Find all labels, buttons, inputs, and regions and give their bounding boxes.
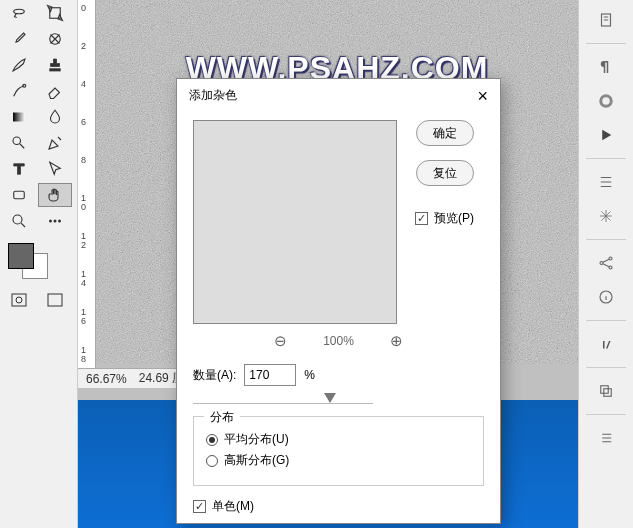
- radio-uniform-label: 平均分布(U): [224, 431, 289, 448]
- blur-tool-icon[interactable]: [38, 105, 72, 129]
- radio-gaussian[interactable]: 高斯分布(G): [206, 452, 471, 469]
- zoom-tool-icon[interactable]: [2, 209, 36, 233]
- list-panel-icon[interactable]: [592, 424, 620, 452]
- radio-uniform[interactable]: 平均分布(U): [206, 431, 471, 448]
- toolbox: [0, 0, 78, 528]
- mono-label: 单色(M): [212, 498, 254, 515]
- svg-rect-22: [604, 389, 612, 397]
- mono-checkbox[interactable]: 单色(M): [193, 498, 484, 515]
- align-panel-icon[interactable]: [592, 168, 620, 196]
- eyedropper-tool-icon[interactable]: [2, 27, 36, 51]
- add-noise-dialog: 添加杂色 × 确定 复位 预览(P) ⊖ 100%: [176, 78, 501, 524]
- status-bar: 66.67% 24.69 厘: [78, 368, 192, 388]
- type-tool-icon[interactable]: [2, 157, 36, 181]
- quickmask-icon[interactable]: [2, 289, 36, 311]
- amount-slider[interactable]: [193, 390, 373, 404]
- paragraph-panel-icon[interactable]: [592, 53, 620, 81]
- svg-rect-13: [48, 294, 62, 306]
- reset-button[interactable]: 复位: [416, 160, 474, 186]
- history-brush-tool-icon[interactable]: [2, 79, 36, 103]
- pen-tool-icon[interactable]: [38, 131, 72, 155]
- svg-point-7: [13, 215, 22, 224]
- svg-rect-4: [13, 113, 25, 122]
- right-panel: [578, 0, 633, 528]
- distribution-group: 分布 平均分布(U) 高斯分布(G): [193, 416, 484, 486]
- amount-unit: %: [304, 368, 315, 382]
- lasso-tool-icon[interactable]: [2, 1, 36, 25]
- checkbox-icon: [415, 212, 428, 225]
- svg-rect-6: [14, 191, 25, 199]
- amount-label: 数量(A):: [193, 367, 236, 384]
- radio-icon: [206, 455, 218, 467]
- checkbox-icon: [193, 500, 206, 513]
- path-select-tool-icon[interactable]: [38, 157, 72, 181]
- patch-tool-icon[interactable]: [38, 27, 72, 51]
- svg-point-16: [601, 96, 612, 107]
- radio-gaussian-label: 高斯分布(G): [224, 452, 289, 469]
- preview-label: 预览(P): [434, 210, 474, 227]
- svg-point-8: [49, 220, 52, 223]
- history-panel-icon[interactable]: [592, 6, 620, 34]
- layers-panel-icon[interactable]: [592, 377, 620, 405]
- svg-point-10: [58, 220, 61, 223]
- ruler-vertical: 024681 01 21 41 61 8: [78, 0, 96, 388]
- effects-panel-icon[interactable]: [592, 202, 620, 230]
- svg-point-5: [13, 137, 21, 145]
- svg-rect-11: [12, 294, 26, 306]
- more-tools-icon[interactable]: [38, 209, 72, 233]
- svg-point-17: [600, 262, 603, 265]
- svg-point-9: [54, 220, 57, 223]
- stamp-tool-icon[interactable]: [38, 53, 72, 77]
- info-panel-icon[interactable]: [592, 283, 620, 311]
- color-swatch[interactable]: [8, 243, 48, 279]
- svg-rect-23: [194, 121, 396, 323]
- ok-button[interactable]: 确定: [416, 120, 474, 146]
- zoom-level: 100%: [323, 334, 354, 348]
- screenmode-icon[interactable]: [38, 289, 72, 311]
- amount-input[interactable]: [244, 364, 296, 386]
- preview-checkbox[interactable]: 预览(P): [415, 210, 474, 227]
- svg-point-18: [609, 257, 612, 260]
- transform-tool-icon[interactable]: [38, 1, 72, 25]
- svg-point-12: [16, 297, 22, 303]
- svg-rect-21: [601, 386, 609, 394]
- fg-color[interactable]: [8, 243, 34, 269]
- svg-point-19: [609, 266, 612, 269]
- zoom-out-icon[interactable]: ⊖: [274, 332, 287, 350]
- preview-image[interactable]: [193, 120, 397, 324]
- character-panel-icon[interactable]: [592, 330, 620, 358]
- svg-rect-2: [50, 69, 61, 71]
- eraser-tool-icon[interactable]: [38, 79, 72, 103]
- swatches-panel-icon[interactable]: [592, 87, 620, 115]
- gradient-tool-icon[interactable]: [2, 105, 36, 129]
- status-zoom: 66.67%: [86, 372, 127, 386]
- slider-thumb-icon[interactable]: [324, 393, 336, 403]
- zoom-in-icon[interactable]: ⊕: [390, 332, 403, 350]
- distribution-legend: 分布: [204, 409, 240, 426]
- dialog-title: 添加杂色: [189, 87, 237, 104]
- play-panel-icon[interactable]: [592, 121, 620, 149]
- hand-tool-icon[interactable]: [38, 183, 72, 207]
- share-panel-icon[interactable]: [592, 249, 620, 277]
- rect-tool-icon[interactable]: [2, 183, 36, 207]
- radio-icon: [206, 434, 218, 446]
- dodge-tool-icon[interactable]: [2, 131, 36, 155]
- close-icon[interactable]: ×: [477, 89, 488, 103]
- brush-tool-icon[interactable]: [2, 53, 36, 77]
